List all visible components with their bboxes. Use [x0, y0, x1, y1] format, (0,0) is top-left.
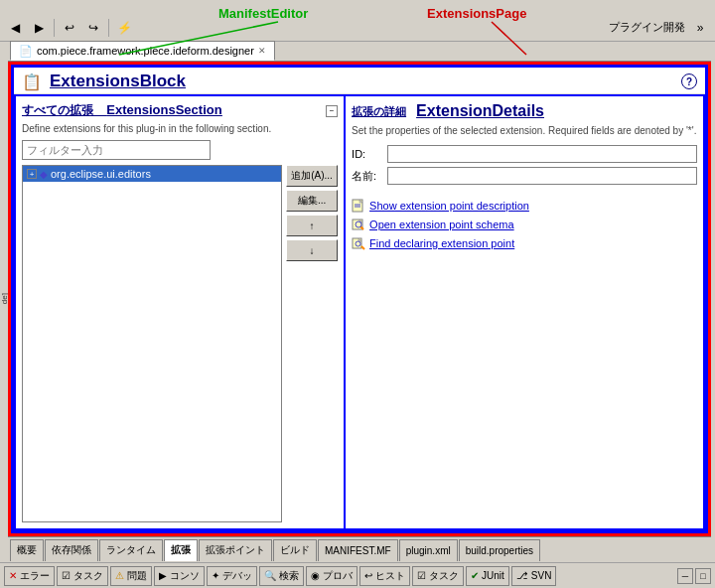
toolbar-btn-1[interactable]: ◀ [4, 17, 26, 39]
editor-tab[interactable]: 📄 com.piece.framework.piece.ideform.desi… [10, 41, 275, 61]
extensions-block-header: 📋 ExtensionsBlock ? [14, 68, 705, 94]
tab-dependencies[interactable]: 依存関係 [45, 539, 98, 561]
left-sidebar: de] [0, 62, 8, 536]
task2-label: タスク [429, 569, 459, 583]
toolbar-btn-3[interactable]: ↩ [59, 17, 80, 39]
problem-label: 問題 [127, 569, 147, 583]
sidebar-text: de] [0, 293, 9, 304]
find-ext-text[interactable]: Find declaring extension point [369, 237, 514, 249]
toolbar-btn-5[interactable]: ⚡ [113, 17, 135, 39]
find-ext-icon-svg [352, 236, 365, 250]
svn-label: SVN [531, 570, 552, 581]
search-icon: 🔍 [264, 570, 276, 581]
junit-label: JUnit [482, 570, 504, 581]
status-error[interactable]: ✕ エラー [4, 566, 55, 586]
extensions-section-label: ExtensionsSection [106, 102, 221, 117]
extensions-block: 📋 ExtensionsBlock ? すべての拡張 ExtensionsSec… [11, 65, 708, 533]
status-bar: ✕ エラー ☑ タスク ⚠ 問題 ▶ コンソ ✦ デバッ 🔍 検索 ◉ プロバ … [0, 562, 715, 588]
tab-runtime[interactable]: ランタイム [99, 539, 163, 561]
tab-title: com.piece.framework.piece.ideform.design… [37, 45, 254, 57]
progress-icon: ◉ [311, 570, 320, 581]
open-schema-link[interactable]: Open extension point schema [352, 218, 697, 231]
junit-icon: ✔ [471, 570, 479, 581]
status-problem[interactable]: ⚠ 問題 [110, 566, 152, 586]
tab-icon: 📄 [19, 45, 33, 58]
left-heading-text: すべての拡張 [22, 103, 93, 117]
detail-small-title: 拡張の詳細 [352, 104, 406, 119]
status-junit[interactable]: ✔ JUnit [466, 566, 509, 586]
id-input[interactable] [387, 145, 697, 163]
filter-input[interactable] [22, 140, 211, 160]
ext-columns: すべての拡張 ExtensionsSection − Define extens… [14, 94, 705, 530]
history-icon: ↩ [364, 570, 372, 581]
status-svn[interactable]: ⎇ SVN [511, 566, 557, 586]
help-button[interactable]: ? [681, 74, 697, 89]
bottom-tab-bar: 概要 依存関係 ランタイム 拡張 拡張ポイント ビルド MANIFEST.MF … [8, 536, 711, 562]
extensions-block-title: ExtensionsBlock [50, 72, 186, 91]
debug-icon: ✦ [212, 570, 219, 581]
tree-expand-btn[interactable]: + [27, 169, 37, 179]
extensions-block-icon: 📋 [22, 73, 42, 91]
tree-and-buttons: + ◆ org.eclipse.ui.editors 追加(A)... 編集..… [22, 165, 338, 522]
tab-extensions[interactable]: 拡張 [164, 539, 198, 561]
status-debug[interactable]: ✦ デバッ [207, 566, 257, 586]
toolbar-more[interactable]: » [689, 17, 711, 39]
progress-label: プロバ [323, 569, 353, 583]
left-section-heading: すべての拡張 ExtensionsSection [22, 102, 222, 119]
open-schema-icon-svg [352, 218, 365, 231]
toolbar-right: プラグイン開発 » [609, 17, 711, 39]
show-ext-link[interactable]: Show extension point description [352, 199, 697, 213]
tree-item[interactable]: + ◆ org.eclipse.ui.editors [23, 166, 281, 182]
toolbar-sep-2 [108, 19, 109, 37]
main-toolbar: ◀ ▶ ↩ ↪ ⚡ プラグイン開発 » [0, 14, 715, 42]
status-search[interactable]: 🔍 検索 [259, 566, 304, 586]
minimize-btn[interactable]: ─ [677, 568, 693, 584]
add-button[interactable]: 追加(A)... [286, 165, 338, 187]
history-label: ヒスト [375, 569, 405, 583]
open-schema-text[interactable]: Open extension point schema [369, 219, 514, 230]
status-console[interactable]: ▶ コンソ [154, 566, 205, 586]
find-ext-link[interactable]: Find declaring extension point [352, 236, 697, 250]
show-ext-text[interactable]: Show extension point description [369, 200, 529, 212]
status-history[interactable]: ↩ ヒスト [359, 566, 410, 586]
task2-icon: ☑ [417, 570, 426, 581]
tab-build-props[interactable]: build.properties [459, 539, 540, 561]
debug-label: デバッ [222, 569, 252, 583]
task1-label: タスク [73, 569, 103, 583]
tab-manifest[interactable]: MANIFEST.MF [318, 539, 398, 561]
name-field-row: 名前: [352, 167, 697, 185]
right-column: 拡張の詳細 ExtensionDetails Set the propertie… [346, 94, 705, 530]
name-input[interactable] [387, 167, 697, 185]
status-progress[interactable]: ◉ プロバ [306, 566, 358, 586]
toolbar-sep-1 [54, 19, 55, 37]
detail-heading-row: 拡張の詳細 ExtensionDetails [352, 102, 697, 120]
tab-close-btn[interactable]: ✕ [258, 46, 266, 56]
extension-tree[interactable]: + ◆ org.eclipse.ui.editors [22, 165, 282, 522]
tab-plugin-xml[interactable]: plugin.xml [399, 539, 458, 561]
left-column: すべての拡張 ExtensionsSection − Define extens… [14, 94, 346, 530]
toolbar-btn-2[interactable]: ▶ [28, 17, 50, 39]
status-task1[interactable]: ☑ タスク [57, 566, 108, 586]
toolbar-btn-4[interactable]: ↪ [82, 17, 104, 39]
find-ext-icon [352, 236, 365, 250]
window-controls: ─ □ [677, 568, 711, 584]
tab-ext-points[interactable]: 拡張ポイント [199, 539, 272, 561]
search-label: 検索 [279, 569, 299, 583]
down-button[interactable]: ↓ [286, 239, 338, 261]
error-icon: ✕ [9, 570, 17, 581]
problem-icon: ⚠ [115, 570, 124, 581]
svn-icon: ⎇ [516, 570, 528, 581]
name-label: 名前: [352, 169, 383, 184]
detail-big-title: ExtensionDetails [416, 102, 544, 120]
edit-button[interactable]: 編集... [286, 190, 338, 212]
maximize-btn[interactable]: □ [695, 568, 711, 584]
task1-icon: ☑ [62, 570, 71, 581]
status-task2[interactable]: ☑ タスク [412, 566, 464, 586]
collapse-button[interactable]: − [326, 105, 338, 117]
tab-build[interactable]: ビルド [273, 539, 317, 561]
left-section-desc: Define extensions for this plug-in in th… [22, 122, 338, 135]
console-label: コンソ [170, 569, 200, 583]
id-label: ID: [352, 148, 383, 160]
tab-overview[interactable]: 概要 [10, 539, 44, 561]
up-button[interactable]: ↑ [286, 215, 338, 236]
